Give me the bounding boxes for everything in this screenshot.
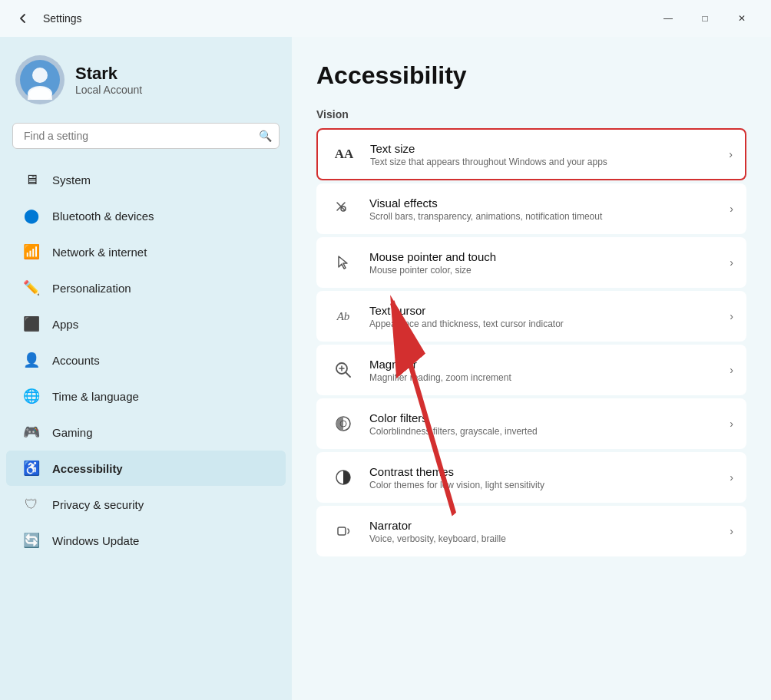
color-filters-text: Color filters Colorblindness filters, gr… bbox=[369, 411, 717, 437]
sidebar-label-accounts: Accounts bbox=[52, 354, 100, 367]
sidebar-nav: 🖥 System ⬤ Bluetooth & devices 📶 Network… bbox=[0, 161, 292, 559]
avatar bbox=[15, 55, 65, 104]
sidebar-label-bluetooth: Bluetooth & devices bbox=[52, 210, 154, 223]
sidebar-label-windows-update: Windows Update bbox=[52, 534, 139, 547]
visual-effects-icon bbox=[329, 195, 357, 223]
magnifier-chevron: › bbox=[730, 364, 733, 376]
sidebar-item-bluetooth[interactable]: ⬤ Bluetooth & devices bbox=[6, 198, 286, 233]
mouse-pointer-desc: Mouse pointer color, size bbox=[369, 265, 717, 276]
accounts-icon: 👤 bbox=[22, 350, 41, 370]
sidebar-item-windows-update[interactable]: 🔄 Windows Update bbox=[6, 523, 286, 558]
settings-item-text-size[interactable]: AA Text size Text size that appears thro… bbox=[316, 128, 746, 180]
sidebar-label-time: Time & language bbox=[52, 390, 139, 403]
sidebar-label-gaming: Gaming bbox=[52, 426, 93, 439]
apps-icon: ⬛ bbox=[22, 314, 41, 334]
bluetooth-icon: ⬤ bbox=[22, 206, 41, 226]
text-cursor-icon: Ab bbox=[329, 302, 357, 330]
magnifier-desc: Magnifier reading, zoom increment bbox=[369, 372, 717, 383]
sidebar-item-personalization[interactable]: ✏️ Personalization bbox=[6, 270, 286, 305]
windows-update-icon: 🔄 bbox=[22, 530, 41, 550]
settings-item-narrator[interactable]: Narrator Voice, verbosity, keyboard, bra… bbox=[316, 506, 746, 556]
mouse-pointer-text: Mouse pointer and touch Mouse pointer co… bbox=[369, 250, 717, 276]
contrast-themes-text: Contrast themes Color themes for low vis… bbox=[369, 465, 717, 490]
sidebar-item-apps[interactable]: ⬛ Apps bbox=[6, 306, 286, 342]
contrast-themes-desc: Color themes for low vision, light sensi… bbox=[369, 480, 717, 490]
titlebar: Settings — □ ✕ bbox=[0, 0, 771, 37]
settings-item-mouse-pointer[interactable]: Mouse pointer and touch Mouse pointer co… bbox=[316, 237, 746, 288]
sidebar-item-privacy[interactable]: 🛡 Privacy & security bbox=[6, 487, 286, 522]
sidebar-label-accessibility: Accessibility bbox=[52, 462, 123, 475]
narrator-title: Narrator bbox=[369, 519, 717, 532]
magnifier-text: Magnifier Magnifier reading, zoom increm… bbox=[369, 358, 717, 383]
system-icon: 🖥 bbox=[22, 170, 41, 190]
vision-section-label: Vision bbox=[316, 108, 746, 121]
search-box: 🔍 bbox=[12, 123, 280, 149]
search-icon: 🔍 bbox=[259, 130, 272, 142]
sidebar-item-accessibility[interactable]: ♿ Accessibility bbox=[6, 451, 286, 486]
main-wrapper: Accessibility Vision AA Text size Text s… bbox=[292, 37, 771, 700]
text-cursor-text: Text cursor Appearance and thickness, te… bbox=[369, 304, 717, 329]
contrast-themes-icon bbox=[329, 464, 357, 491]
mouse-pointer-title: Mouse pointer and touch bbox=[369, 250, 717, 263]
user-section: Stark Local Account bbox=[0, 37, 292, 120]
contrast-themes-chevron: › bbox=[730, 471, 733, 484]
contrast-themes-title: Contrast themes bbox=[369, 465, 717, 478]
mouse-pointer-icon bbox=[329, 249, 357, 276]
settings-item-color-filters[interactable]: Color filters Colorblindness filters, gr… bbox=[316, 398, 746, 449]
text-size-text: Text size Text size that appears through… bbox=[370, 142, 716, 167]
narrator-chevron: › bbox=[730, 525, 733, 537]
network-icon: 📶 bbox=[22, 242, 41, 262]
svg-rect-11 bbox=[338, 527, 346, 535]
text-size-chevron: › bbox=[729, 148, 733, 160]
text-size-title: Text size bbox=[370, 142, 716, 155]
text-size-icon: AA bbox=[330, 140, 358, 168]
settings-list: AA Text size Text size that appears thro… bbox=[316, 128, 746, 556]
settings-item-contrast-themes[interactable]: Contrast themes Color themes for low vis… bbox=[316, 452, 746, 503]
page-title: Accessibility bbox=[316, 61, 746, 90]
user-account-type: Local Account bbox=[75, 84, 142, 96]
magnifier-title: Magnifier bbox=[369, 358, 717, 371]
settings-item-text-cursor[interactable]: Ab Text cursor Appearance and thickness,… bbox=[316, 291, 746, 342]
color-filters-title: Color filters bbox=[369, 411, 717, 424]
sidebar-item-time[interactable]: 🌐 Time & language bbox=[6, 378, 286, 414]
app-body: Stark Local Account 🔍 🖥 System ⬤ Bluetoo… bbox=[0, 37, 771, 700]
settings-item-magnifier[interactable]: Magnifier Magnifier reading, zoom increm… bbox=[316, 345, 746, 395]
visual-effects-desc: Scroll bars, transparency, animations, n… bbox=[369, 211, 717, 222]
visual-effects-title: Visual effects bbox=[369, 196, 717, 210]
sidebar-item-system[interactable]: 🖥 System bbox=[6, 162, 286, 197]
magnifier-icon bbox=[329, 356, 357, 384]
close-button[interactable]: ✕ bbox=[725, 6, 759, 31]
text-cursor-chevron: › bbox=[730, 310, 733, 322]
narrator-desc: Voice, verbosity, keyboard, braille bbox=[369, 533, 717, 544]
settings-item-visual-effects[interactable]: Visual effects Scroll bars, transparency… bbox=[316, 183, 746, 234]
svg-line-5 bbox=[346, 372, 350, 377]
user-info: Stark Local Account bbox=[75, 64, 142, 96]
visual-effects-text: Visual effects Scroll bars, transparency… bbox=[369, 196, 717, 222]
text-cursor-title: Text cursor bbox=[369, 304, 717, 317]
text-cursor-desc: Appearance and thickness, text cursor in… bbox=[369, 319, 717, 329]
color-filters-icon bbox=[329, 410, 357, 438]
narrator-icon bbox=[329, 517, 357, 545]
sidebar-item-accounts[interactable]: 👤 Accounts bbox=[6, 342, 286, 378]
app-title: Settings bbox=[43, 12, 82, 25]
mouse-pointer-chevron: › bbox=[730, 256, 733, 269]
maximize-button[interactable]: □ bbox=[688, 6, 722, 31]
sidebar-label-network: Network & internet bbox=[52, 246, 147, 259]
gaming-icon: 🎮 bbox=[22, 422, 41, 442]
visual-effects-chevron: › bbox=[730, 203, 733, 215]
search-input[interactable] bbox=[12, 123, 280, 149]
sidebar-label-privacy: Privacy & security bbox=[52, 498, 144, 511]
minimize-button[interactable]: — bbox=[651, 6, 685, 31]
sidebar-item-network[interactable]: 📶 Network & internet bbox=[6, 234, 286, 269]
color-filters-chevron: › bbox=[730, 418, 733, 430]
color-filters-desc: Colorblindness filters, grayscale, inver… bbox=[369, 426, 717, 437]
back-button[interactable] bbox=[12, 8, 34, 29]
sidebar-label-apps: Apps bbox=[52, 318, 78, 331]
sidebar-label-system: System bbox=[52, 173, 91, 187]
sidebar-item-gaming[interactable]: 🎮 Gaming bbox=[6, 414, 286, 450]
window-controls: — □ ✕ bbox=[651, 6, 759, 31]
sidebar: Stark Local Account 🔍 🖥 System ⬤ Bluetoo… bbox=[0, 37, 292, 700]
narrator-text: Narrator Voice, verbosity, keyboard, bra… bbox=[369, 519, 717, 544]
personalization-icon: ✏️ bbox=[22, 278, 41, 298]
sidebar-label-personalization: Personalization bbox=[52, 282, 131, 295]
